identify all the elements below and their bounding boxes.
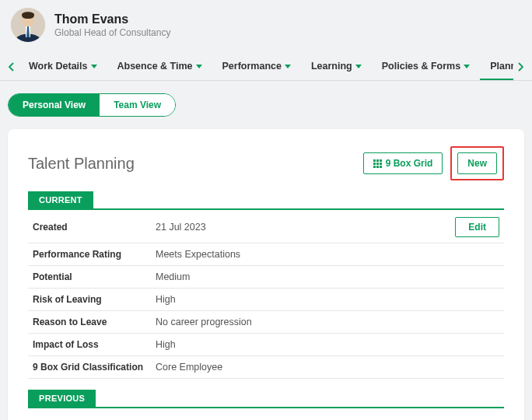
row-nine-box-classification: 9 Box Grid Classification Core Employee — [28, 356, 504, 379]
row-performance-rating: Performance Rating Meets Expectations — [28, 243, 504, 266]
previous-none: None — [28, 410, 504, 420]
tab-learning[interactable]: Learning — [301, 53, 372, 80]
nav-bar: Work Details Absence & Time Performance … — [0, 53, 532, 81]
value-created: 21 Jul 2023 — [156, 222, 455, 233]
team-view-toggle[interactable]: Team View — [100, 94, 175, 116]
row-created: Created 21 Jul 2023 Edit — [28, 212, 504, 243]
previous-section-tab: PREVIOUS — [28, 390, 96, 407]
personal-view-toggle[interactable]: Personal View — [9, 94, 100, 116]
user-name: Thom Evans — [54, 12, 170, 26]
view-toggle: Personal View Team View — [0, 81, 532, 123]
current-section-tab: CURRENT — [28, 191, 93, 208]
chevron-down-icon — [91, 65, 97, 68]
row-reason-to-leave: Reason to Leave No career progression — [28, 311, 504, 334]
chevron-down-icon — [464, 65, 470, 68]
grid-icon — [373, 159, 382, 168]
tab-performance[interactable]: Performance — [212, 53, 301, 80]
row-potential: Potential Medium — [28, 266, 504, 289]
page-header: Thom Evans Global Head of Consultancy — [0, 0, 532, 53]
nine-box-grid-button[interactable]: 9 Box Grid — [363, 152, 443, 174]
row-impact-of-loss: Impact of Loss High — [28, 334, 504, 356]
tab-planning-tools[interactable]: Planning Tools — [480, 53, 513, 80]
card-title: Talent Planning — [28, 155, 135, 173]
talent-planning-card: Talent Planning 9 Box Grid New CURRENT C… — [8, 129, 524, 420]
previous-section: PREVIOUS None — [28, 390, 504, 420]
user-info: Thom Evans Global Head of Consultancy — [54, 12, 170, 37]
user-role: Global Head of Consultancy — [54, 27, 170, 38]
row-risk-of-leaving: Risk of Leaving High — [28, 289, 504, 311]
avatar[interactable] — [11, 8, 45, 42]
label-created: Created — [33, 222, 156, 233]
chevron-down-icon — [355, 65, 362, 68]
nav-scroll-right[interactable] — [513, 56, 527, 78]
current-section: CURRENT Created 21 Jul 2023 Edit Perform… — [28, 191, 504, 379]
nav-scroll-left[interactable] — [5, 56, 19, 78]
new-button[interactable]: New — [457, 152, 497, 174]
tab-policies-forms[interactable]: Policies & Forms — [372, 53, 480, 80]
tab-absence-time[interactable]: Absence & Time — [107, 53, 212, 80]
edit-button[interactable]: Edit — [455, 217, 499, 237]
nav-tabs: Work Details Absence & Time Performance … — [19, 53, 513, 80]
tab-work-details[interactable]: Work Details — [19, 53, 107, 80]
chevron-down-icon — [285, 65, 291, 68]
new-button-highlight: New — [450, 146, 504, 180]
chevron-down-icon — [196, 65, 202, 68]
